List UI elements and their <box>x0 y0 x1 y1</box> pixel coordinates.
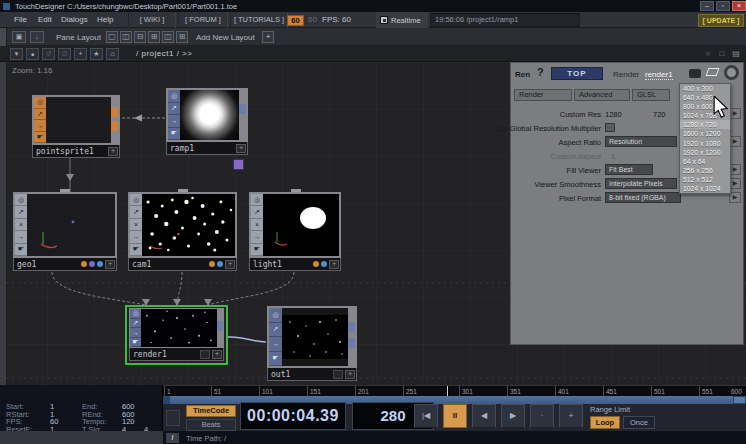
display-flag-dot[interactable] <box>321 261 327 267</box>
add-layout-plus-button[interactable]: + <box>262 31 274 43</box>
pick-flag-icon[interactable]: ☛ <box>34 132 46 144</box>
pick-flag-icon[interactable]: ☛ <box>269 352 282 367</box>
arrow-flag-icon[interactable]: → <box>15 231 27 243</box>
bookmark-star-icon[interactable]: ★ <box>90 48 103 60</box>
comment-icon[interactable] <box>689 69 701 78</box>
breadcrumb[interactable]: / project1 / >> <box>136 49 192 58</box>
arrow-flag-icon[interactable]: → <box>251 231 263 243</box>
pick-flag-icon[interactable]: ☛ <box>15 244 27 256</box>
dropdown-item[interactable]: 400 x 300 <box>680 84 730 93</box>
nav-empty-icon[interactable]: ∅ <box>58 48 71 60</box>
viewer-flag-icon[interactable]: ↗ <box>15 206 27 218</box>
render-flag-dot[interactable] <box>209 261 215 267</box>
display-flag-icon[interactable]: ◎ <box>130 309 141 319</box>
node-expand-button[interactable]: + <box>225 260 235 269</box>
tab-render[interactable]: Render <box>514 89 572 101</box>
maximize-button[interactable]: ▫ <box>716 1 730 11</box>
menu-dialogs[interactable]: Dialogs <box>61 15 88 24</box>
node-expand-button[interactable]: + <box>212 350 222 359</box>
once-button[interactable]: Once <box>623 416 655 429</box>
display-flag-icon[interactable]: ◎ <box>34 97 46 109</box>
param-value-res-w[interactable]: 1280 <box>605 110 622 119</box>
layout-preset-5[interactable]: ◫ <box>162 31 174 43</box>
node-expand-button[interactable]: + <box>329 260 339 269</box>
time-path-slash-badge[interactable]: / <box>166 433 179 443</box>
node-input-connector[interactable] <box>291 189 301 192</box>
layout-preset-1[interactable]: ▢ <box>106 31 118 43</box>
pickable-flag-dot[interactable] <box>89 261 95 267</box>
display-flag-dot[interactable] <box>97 261 103 267</box>
pane-square-icon[interactable]: □ <box>716 48 728 60</box>
viewer-flag-icon[interactable]: ↗ <box>168 103 180 116</box>
node-ramp1[interactable]: ◎ ↗ → ☛ ramp1 + <box>166 88 248 155</box>
jump-start-button[interactable]: |◀ <box>414 404 438 428</box>
pane-grid-icon[interactable]: ▤ <box>730 48 742 60</box>
delete-flag-icon[interactable]: × <box>130 219 142 231</box>
update-button[interactable]: [ UPDATE ] <box>698 14 744 27</box>
render-flag-dot[interactable] <box>313 261 319 267</box>
realtime-toggle[interactable]: Realtime <box>376 12 428 28</box>
fps-current-badge[interactable]: 60 <box>287 15 304 26</box>
node-geo1[interactable]: ◎ ↗ × → ☛ geo1 <box>13 192 117 271</box>
dropdown-item[interactable]: 1600 x 1200 <box>680 129 730 138</box>
layout-preset-2[interactable]: ◫ <box>120 31 132 43</box>
viewer-flag-icon[interactable]: ↗ <box>269 323 282 338</box>
render-flag-dot[interactable] <box>81 261 87 267</box>
layout-preset-4[interactable]: ⊞ <box>148 31 160 43</box>
pause-button[interactable]: II <box>443 404 467 428</box>
arrow-flag-icon[interactable]: → <box>269 337 282 352</box>
play-forward-button[interactable]: ▶ <box>501 404 525 428</box>
wiki-link[interactable]: [ WIKI ] <box>128 12 176 28</box>
pixel-format-menu[interactable]: 8-bit fixed (RGBA) <box>605 192 681 203</box>
dropdown-item[interactable]: 64 x 64 <box>680 157 730 166</box>
dropdown-item[interactable]: 256 x 256 <box>680 166 730 175</box>
timeline-options-button[interactable] <box>166 410 180 426</box>
node-render1[interactable]: ◎ ↗ → ☛ <box>129 308 224 361</box>
node-cam1[interactable]: ◎ ↗ × → ☛ <box>128 192 237 271</box>
display-flag-icon[interactable]: ◎ <box>251 194 263 206</box>
display-flag-icon[interactable]: ◎ <box>168 90 180 103</box>
close-button[interactable]: × <box>732 1 746 11</box>
viewer-flag-icon[interactable]: ↗ <box>130 206 142 218</box>
forum-link[interactable]: [ FORUM ] <box>178 12 228 28</box>
display-flag-icon[interactable]: ◎ <box>269 308 282 323</box>
menu-file[interactable]: File <box>14 15 27 24</box>
range-start-handle[interactable] <box>163 396 170 404</box>
node-expand-button[interactable]: + <box>345 370 355 379</box>
step-forward-button[interactable]: + <box>559 404 583 428</box>
node-expand-button[interactable]: + <box>236 144 246 153</box>
node-output-connector[interactable] <box>217 309 223 347</box>
menu-help[interactable]: Help <box>97 15 113 24</box>
arrow-flag-icon[interactable]: → <box>130 328 141 338</box>
minimize-button[interactable]: – <box>700 1 714 11</box>
menu-edit[interactable]: Edit <box>38 15 52 24</box>
node-expand-button[interactable]: + <box>108 147 118 156</box>
global-res-toggle[interactable] <box>605 123 615 132</box>
delete-flag-icon[interactable]: × <box>251 219 263 231</box>
layout-preset-6[interactable]: ⊞ <box>176 31 188 43</box>
node-output-connector[interactable] <box>348 308 355 366</box>
viewer-flag-icon[interactable]: ↗ <box>130 319 141 329</box>
range-end-handle[interactable] <box>733 396 746 404</box>
dropdown-item[interactable]: 1920 x 1080 <box>680 139 730 148</box>
node-output-connector[interactable] <box>111 97 118 143</box>
beats-mode-button[interactable]: Beats <box>186 419 236 431</box>
node-output-connector[interactable] <box>239 90 246 140</box>
dropdown-item[interactable]: 1024 x 1024 <box>680 184 730 193</box>
layout-preset-3[interactable]: ⊟ <box>134 31 146 43</box>
pane-split-icon[interactable]: ▣ <box>12 31 26 43</box>
aspect-ratio-menu[interactable]: Resolution <box>605 136 677 147</box>
pick-flag-icon[interactable]: ☛ <box>130 338 141 348</box>
arrow-flag-icon[interactable]: → <box>34 120 46 132</box>
pick-flag-icon[interactable]: ☛ <box>130 244 142 256</box>
node-flag-box[interactable] <box>333 370 343 379</box>
delete-flag-icon[interactable]: × <box>15 219 27 231</box>
pick-flag-icon[interactable]: ☛ <box>251 244 263 256</box>
display-flag-dot[interactable] <box>217 261 223 267</box>
gear-icon[interactable] <box>724 65 739 80</box>
display-flag-icon[interactable]: ◎ <box>130 194 142 206</box>
dropdown-item[interactable]: 512 x 512 <box>680 175 730 184</box>
tab-glsl[interactable]: GLSL <box>632 89 670 101</box>
param-value-res-h[interactable]: 720 <box>653 110 666 119</box>
arrow-flag-icon[interactable]: → <box>168 115 180 128</box>
